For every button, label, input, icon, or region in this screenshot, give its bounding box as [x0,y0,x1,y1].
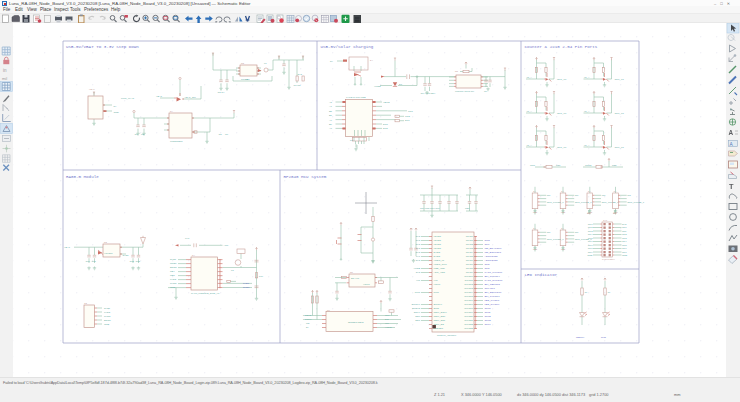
svg-text:C14 C15 C16 C17: C14 C15 C16 C17 [420,207,440,210]
svg-text:XIN: XIN [434,279,438,282]
svg-text:VUSB: VUSB [374,85,381,88]
svg-text:VBAT_SW: VBAT_SW [185,96,197,99]
svg-text:TX1: TX1 [185,237,190,240]
svg-text:VREG_OUT: VREG_OUT [434,263,448,266]
svg-text:VBAT: VBAT [156,95,163,98]
svg-text:3V3R: 3V3R [123,254,129,257]
svg-text:R22: R22 [612,164,617,167]
svg-text:GND: GND [622,254,628,257]
svg-text:GP11: GP11 [485,311,492,314]
svg-text:GPIO1: GPIO1 [466,239,474,242]
svg-text:25Q32JVSSIQ: 25Q32JVSSIQ [348,321,364,324]
svg-text:GPIO17: GPIO17 [464,303,473,306]
svg-text:GPIO11: GPIO11 [465,279,474,282]
svg-text:QSPI_SD0: QSPI_SD0 [434,315,446,318]
svg-text:USB-5V/VBAT TO 3.3V Step Down: USB-5V/VBAT TO 3.3V Step Down [66,45,139,49]
svg-text:UART_RX0/GP1: UART_RX0/GP1 [485,279,504,282]
svg-text:GPIO9: GPIO9 [466,271,474,274]
svg-text:CNT2: CNT2 [585,164,592,167]
svg-text:3V3: 3V3 [416,271,421,274]
svg-text:GP1: GP1 [485,243,490,246]
svg-text:Counter & 2X10 2.54 Pin Ports: Counter & 2X10 2.54 Pin Ports [525,45,598,49]
svg-text:3V3: 3V3 [416,239,421,242]
svg-text:CC1: CC1 [408,110,413,113]
svg-text:USB_VDD: USB_VDD [434,267,446,270]
svg-text:VOUT: VOUT [363,283,370,286]
svg-text:GP13: GP13 [485,319,492,322]
svg-text:XOUT: XOUT [434,283,441,286]
svg-text:WP: WP [385,322,389,325]
svg-text:GND: GND [104,323,110,326]
svg-text:1K: 1K [585,291,588,294]
svg-text:DVDD: DVDD [434,255,441,258]
svg-text:GP3: GP3 [485,267,490,270]
svg-text:RXD2: RXD2 [104,315,111,318]
svg-text:1K: 1K [608,291,611,294]
svg-text:ANT: ANT [224,244,229,247]
svg-text:R21: R21 [556,164,561,167]
svg-text:VUSB: VUSB [413,267,420,270]
svg-text:C13: C13 [136,260,141,263]
svg-text:LED_RX/GP9: LED_RX/GP9 [485,303,500,306]
svg-text:RP2040 MCU System: RP2040 MCU System [284,175,327,179]
svg-text:USB-5V/Solar Charging: USB-5V/Solar Charging [321,45,374,49]
svg-text:GP12: GP12 [485,315,492,318]
svg-text:10K: 10K [259,275,264,278]
svg-text:TXD2: TXD2 [104,311,111,314]
svg-text:DP2: DP2 [383,127,388,130]
svg-text:C20: C20 [465,207,470,210]
svg-text:GPIO15: GPIO15 [464,295,473,298]
svg-text:GND: GND [114,111,120,114]
svg-text:CC2: CC2 [405,115,410,118]
svg-text:GPIO6: GPIO6 [466,259,474,262]
svg-text:GPIO0: GPIO0 [466,235,474,238]
svg-text:ADC0/GP26: ADC0/GP26 [485,255,499,258]
svg-text:RT9080: RT9080 [241,78,250,81]
svg-text:3V3R: 3V3R [170,258,176,261]
svg-text:J10: J10 [603,219,608,222]
svg-text:GP10: GP10 [485,307,492,310]
svg-text:RUN: RUN [415,291,420,294]
svg-text:GPIO10: GPIO10 [464,275,473,278]
svg-text:SWDIO: SWDIO [303,314,311,317]
svg-text:R1 R2: R1 R2 [294,84,301,87]
svg-text:C11: C11 [92,260,97,263]
svg-text:DI: DI [306,326,309,329]
svg-text:GP2: GP2 [485,263,490,266]
svg-text:SD0: SD0 [415,315,420,318]
svg-text:GPIO4: GPIO4 [466,251,474,254]
svg-text:QSPI_SD1: QSPI_SD1 [434,319,446,322]
svg-text:I2C_SDA0/GP0: I2C_SDA0/GP0 [485,247,502,250]
svg-text:VBAT: VBAT [64,246,71,249]
svg-text:TXD2: TXD2 [170,278,177,281]
svg-text:C12: C12 [130,260,135,263]
svg-text:IOVDD: IOVDD [434,239,442,242]
svg-text:GP6 GP7: GP6 GP7 [485,287,496,290]
svg-text:UART_TX0/GP0: UART_TX0/GP0 [485,271,503,274]
svg-text:LED/TX: LED/TX [576,336,585,339]
svg-text:GPIO19: GPIO19 [464,311,473,314]
svg-text:I2C_SCL0/GP1: I2C_SCL0/GP1 [485,251,502,254]
svg-text:IOVDD: IOVDD [434,235,442,238]
svg-text:GPIO16: GPIO16 [464,299,473,302]
svg-text:GPIO14: GPIO14 [464,291,473,294]
svg-text:A: A [729,129,734,136]
svg-text:RXD0: RXD0 [243,286,250,289]
svg-text:mil: mil [2,76,7,81]
svg-text:3V3: 3V3 [416,247,421,250]
svg-text:RXD: RXD [601,336,606,339]
svg-text:SWD: SWD [434,307,440,310]
svg-text:GND: GND [587,254,593,257]
svg-text:DO: DO [385,318,389,321]
svg-text:VBUS: VBUS [383,101,390,104]
svg-text:DVDD: DVDD [434,251,441,254]
svg-text:ADC_VDD: ADC_VDD [434,271,446,274]
svg-text:GND: GND [170,286,176,289]
svg-text:T: T [729,182,734,191]
svg-text:GPIO2: GPIO2 [466,243,474,246]
svg-text:VREG_IN: VREG_IN [434,259,445,262]
svg-text:TESTEN: TESTEN [434,327,444,330]
svg-text:GPIO13: GPIO13 [464,287,473,290]
svg-text:C10: C10 [86,260,91,263]
svg-text:SWCLK: SWCLK [303,318,312,321]
